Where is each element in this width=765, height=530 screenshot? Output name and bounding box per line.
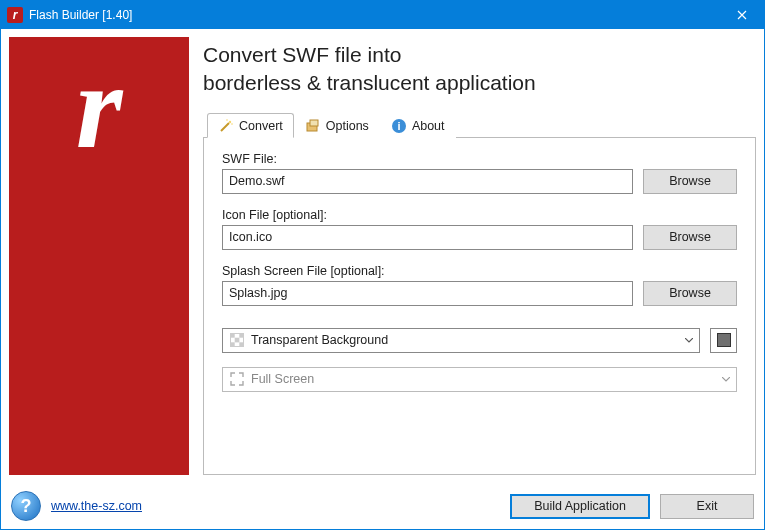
app-window: r Flash Builder [1.40] r Convert SWF fil… xyxy=(0,0,765,530)
main-panel: Convert SWF file into borderless & trans… xyxy=(203,37,756,475)
chevron-down-icon xyxy=(685,338,693,343)
close-button[interactable] xyxy=(720,1,764,29)
svg-text:i: i xyxy=(397,120,400,132)
logo-letter: r xyxy=(76,65,123,149)
app-icon: r xyxy=(7,7,23,23)
swf-input[interactable] xyxy=(222,169,633,194)
website-link[interactable]: www.the-sz.com xyxy=(51,499,142,513)
svg-rect-12 xyxy=(239,342,244,347)
footer: ? www.the-sz.com Build Application Exit xyxy=(1,483,764,529)
fullscreen-icon xyxy=(229,371,245,387)
splash-label: Splash Screen File [optional]: xyxy=(222,264,737,278)
titlebar: r Flash Builder [1.40] xyxy=(1,1,764,29)
close-icon xyxy=(737,10,747,20)
heading-line1: Convert SWF file into xyxy=(203,43,401,66)
icon-label: Icon File [optional]: xyxy=(222,208,737,222)
color-picker-button[interactable] xyxy=(710,328,737,353)
screenmode-select[interactable]: Full Screen xyxy=(222,367,737,392)
background-select-value: Transparent Background xyxy=(251,333,388,347)
splash-input[interactable] xyxy=(222,281,633,306)
convert-form: SWF File: Browse Icon File [optional]: B… xyxy=(203,138,756,475)
color-swatch xyxy=(717,333,731,347)
svg-rect-8 xyxy=(230,333,235,338)
transparency-icon xyxy=(229,332,245,348)
exit-button[interactable]: Exit xyxy=(660,494,754,519)
page-heading: Convert SWF file into borderless & trans… xyxy=(203,41,756,98)
heading-line2: borderless & translucent application xyxy=(203,71,536,94)
tab-options-label: Options xyxy=(326,119,369,133)
info-icon: i xyxy=(391,118,407,134)
background-select[interactable]: Transparent Background xyxy=(222,328,700,353)
tab-about[interactable]: i About xyxy=(380,113,456,138)
svg-point-0 xyxy=(229,120,231,122)
svg-rect-9 xyxy=(239,333,244,338)
svg-rect-4 xyxy=(310,120,318,126)
tab-convert[interactable]: Convert xyxy=(207,113,294,138)
logo-panel: r xyxy=(9,37,189,475)
wand-icon xyxy=(218,118,234,134)
tab-about-label: About xyxy=(412,119,445,133)
icon-browse-button[interactable]: Browse xyxy=(643,225,737,250)
svg-rect-11 xyxy=(230,342,235,347)
tabstrip: Convert Options i About xyxy=(203,112,756,138)
help-icon: ? xyxy=(21,496,32,517)
screenmode-select-value: Full Screen xyxy=(251,372,314,386)
swf-label: SWF File: xyxy=(222,152,737,166)
svg-rect-10 xyxy=(235,338,240,343)
svg-point-2 xyxy=(231,123,233,125)
build-button[interactable]: Build Application xyxy=(510,494,650,519)
icon-input[interactable] xyxy=(222,225,633,250)
chevron-down-icon xyxy=(722,377,730,382)
splash-browse-button[interactable]: Browse xyxy=(643,281,737,306)
client-area: r Convert SWF file into borderless & tra… xyxy=(1,29,764,483)
help-button[interactable]: ? xyxy=(11,491,41,521)
swf-browse-button[interactable]: Browse xyxy=(643,169,737,194)
svg-point-1 xyxy=(226,119,228,121)
window-title: Flash Builder [1.40] xyxy=(29,8,720,22)
tab-options[interactable]: Options xyxy=(294,113,380,138)
options-icon xyxy=(305,118,321,134)
sidebar: r xyxy=(9,37,189,475)
tab-convert-label: Convert xyxy=(239,119,283,133)
